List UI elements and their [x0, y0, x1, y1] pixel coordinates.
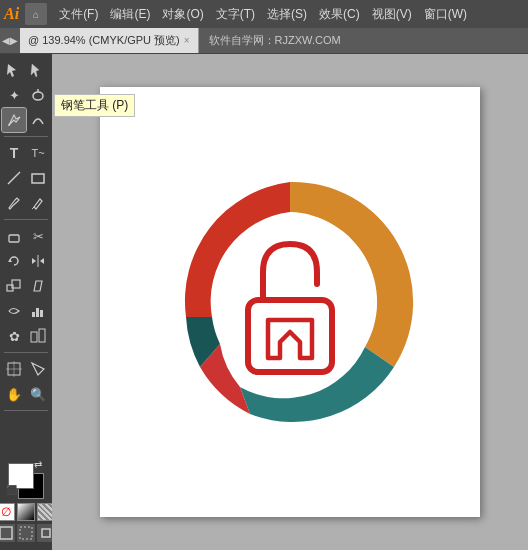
- rotate-tool[interactable]: [2, 249, 26, 273]
- svg-line-3: [8, 172, 20, 184]
- svg-line-5: [32, 207, 34, 209]
- draw-behind-button[interactable]: [17, 524, 35, 542]
- draw-inside-button[interactable]: [37, 524, 52, 542]
- svg-rect-20: [20, 527, 32, 539]
- donut-segment-orange: [290, 182, 413, 367]
- scale-tool[interactable]: [2, 274, 26, 298]
- canvas-area: [52, 54, 528, 550]
- warp-tool[interactable]: [2, 299, 26, 323]
- tool-row-pen: [0, 108, 52, 132]
- svg-rect-6: [9, 235, 19, 242]
- svg-rect-12: [36, 308, 39, 317]
- tool-row-artboard: [0, 357, 52, 381]
- scissors-tool[interactable]: ✂: [26, 224, 50, 248]
- artboard: [100, 87, 480, 517]
- svg-rect-14: [31, 332, 37, 342]
- artboard-tool[interactable]: [2, 357, 26, 381]
- selection-tool[interactable]: [2, 58, 26, 82]
- pencil-tool[interactable]: [26, 191, 50, 215]
- curvature-tool[interactable]: [26, 108, 50, 132]
- pattern-button[interactable]: [37, 503, 52, 521]
- swap-colors-button[interactable]: ⇄: [34, 459, 48, 473]
- home-icon[interactable]: ⌂: [25, 3, 47, 25]
- svg-marker-7: [8, 259, 12, 262]
- type-path-tool[interactable]: T~: [26, 141, 50, 165]
- tool-row-rotate: [0, 249, 52, 273]
- app-logo: Ai: [4, 5, 19, 23]
- reflect-tool[interactable]: [26, 249, 50, 273]
- eraser-tool[interactable]: [2, 224, 26, 248]
- reset-colors-button[interactable]: ⬛: [6, 485, 20, 499]
- draw-modes: [0, 524, 52, 542]
- hand-tool[interactable]: ✋: [2, 382, 26, 406]
- svg-rect-4: [32, 174, 44, 183]
- symbol-tool[interactable]: ✿: [2, 324, 26, 348]
- tool-row-eraser: ✂: [0, 224, 52, 248]
- column-graph-tool[interactable]: [26, 324, 50, 348]
- artwork-svg: [160, 172, 420, 432]
- normal-draw-button[interactable]: [0, 524, 15, 542]
- svg-point-2: [8, 124, 10, 126]
- menu-effect[interactable]: 效果(C): [313, 4, 366, 25]
- slice-tool[interactable]: [26, 357, 50, 381]
- menu-window[interactable]: 窗口(W): [418, 4, 473, 25]
- svg-rect-13: [40, 310, 43, 317]
- tab-active-document[interactable]: @ 139.94% (CMYK/GPU 预览) ×: [20, 28, 199, 53]
- separator-3: [4, 352, 48, 353]
- menu-view[interactable]: 视图(V): [366, 4, 418, 25]
- menu-bar: 文件(F) 编辑(E) 对象(O) 文字(T) 选择(S) 效果(C) 视图(V…: [53, 4, 473, 25]
- tab-close-button[interactable]: ×: [184, 35, 190, 46]
- zoom-tool[interactable]: 🔍: [26, 382, 50, 406]
- none-color-button[interactable]: ∅: [0, 503, 15, 521]
- svg-rect-15: [39, 329, 45, 342]
- tab-bar: ◀▶ @ 139.94% (CMYK/GPU 预览) × 软件自学网：RJZXW…: [0, 28, 528, 54]
- tool-row-select: [0, 58, 52, 82]
- svg-point-0: [33, 92, 43, 100]
- paintbrush-tool[interactable]: [2, 191, 26, 215]
- panel-collapse-button[interactable]: ◀▶: [0, 28, 20, 53]
- tab-inactive-website[interactable]: 软件自学网：RJZXW.COM: [199, 28, 351, 53]
- title-bar: Ai ⌂ 文件(F) 编辑(E) 对象(O) 文字(T) 选择(S) 效果(C)…: [0, 0, 528, 28]
- tool-row-symbol: ✿: [0, 324, 52, 348]
- tool-row-hand: ✋ 🔍: [0, 382, 52, 406]
- lock-shackle: [263, 244, 317, 300]
- tab-active-label: @ 139.94% (CMYK/GPU 预览): [28, 33, 180, 48]
- tool-row-type: T T~: [0, 141, 52, 165]
- svg-rect-11: [32, 312, 35, 317]
- tool-row-magic: ✦: [0, 83, 52, 107]
- line-tool[interactable]: [2, 166, 26, 190]
- gradient-button[interactable]: [17, 503, 35, 521]
- separator-2: [4, 219, 48, 220]
- tab-inactive-label: 软件自学网：RJZXW.COM: [209, 33, 341, 48]
- color-swatch-container: ⬛ ⇄: [8, 463, 44, 499]
- type-tool[interactable]: T: [2, 141, 26, 165]
- toolbar: ✦ T T~: [0, 54, 52, 550]
- graph-tool[interactable]: [26, 299, 50, 323]
- svg-rect-21: [42, 529, 50, 537]
- pen-tool[interactable]: [2, 108, 26, 132]
- lock-body: [248, 300, 332, 372]
- menu-object[interactable]: 对象(O): [156, 4, 209, 25]
- main-area: ✦ T T~: [0, 54, 528, 550]
- tool-row-scale: [0, 274, 52, 298]
- separator-4: [4, 410, 48, 411]
- menu-file[interactable]: 文件(F): [53, 4, 104, 25]
- tool-row-graph: [0, 299, 52, 323]
- lock-keyhole: [268, 320, 312, 358]
- menu-text[interactable]: 文字(T): [210, 4, 261, 25]
- color-modes: ∅: [0, 503, 52, 521]
- separator-1: [4, 136, 48, 137]
- tool-row-brush: [0, 191, 52, 215]
- tool-row-line: [0, 166, 52, 190]
- magic-wand-tool[interactable]: ✦: [2, 83, 26, 107]
- menu-select[interactable]: 选择(S): [261, 4, 313, 25]
- donut-segment-teal: [240, 347, 394, 422]
- tooltip-text: 钢笔工具 (P): [61, 98, 128, 112]
- color-section: ⬛ ⇄ ∅: [0, 459, 52, 546]
- svg-rect-19: [0, 527, 12, 539]
- menu-edit[interactable]: 编辑(E): [104, 4, 156, 25]
- lasso-tool[interactable]: [26, 83, 50, 107]
- shear-tool[interactable]: [26, 274, 50, 298]
- direct-select-tool[interactable]: [26, 58, 50, 82]
- rect-tool[interactable]: [26, 166, 50, 190]
